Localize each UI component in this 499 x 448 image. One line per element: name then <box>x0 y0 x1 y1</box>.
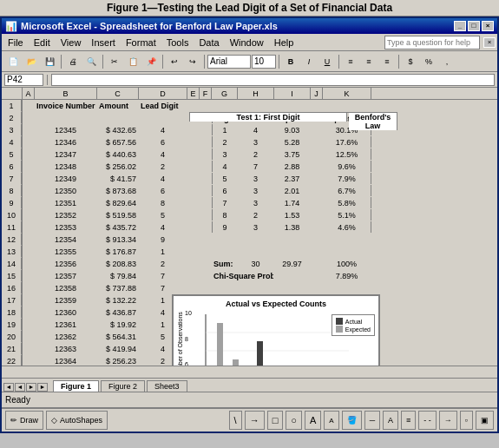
bt-digit-9[interactable]: 9 <box>212 221 238 233</box>
cell-f6[interactable] <box>200 161 212 172</box>
cell-b9[interactable]: 12351 <box>35 197 97 208</box>
cell-b13[interactable]: 12355 <box>35 246 97 257</box>
rectangle-button[interactable]: □ <box>267 411 284 430</box>
col-header-d[interactable]: D <box>139 88 187 99</box>
cell-d9[interactable]: 8 <box>139 197 187 208</box>
cell-a5[interactable] <box>23 148 35 160</box>
bt-digit-3[interactable]: 3 <box>212 148 238 160</box>
menu-file[interactable]: File <box>3 36 28 49</box>
cell-d2[interactable] <box>139 112 187 123</box>
cell-i12[interactable] <box>274 234 311 245</box>
oval-button[interactable]: ○ <box>286 411 302 430</box>
cell-i15[interactable] <box>274 270 311 281</box>
bt-actual-9[interactable]: 3 <box>238 221 274 233</box>
cell-e6[interactable] <box>187 161 200 172</box>
help-close-button[interactable]: × <box>483 37 496 48</box>
cell-e13[interactable] <box>187 246 200 257</box>
cell-a19[interactable] <box>23 319 35 330</box>
cell-a13[interactable] <box>23 246 35 257</box>
col-header-e[interactable]: E <box>187 88 200 99</box>
cell-j13[interactable] <box>311 246 323 257</box>
bt-digit-4[interactable]: 4 <box>212 161 238 172</box>
cell-d14[interactable]: 2 <box>139 258 187 269</box>
cell-d6[interactable]: 2 <box>139 161 187 172</box>
col-header-b[interactable]: B <box>35 88 97 99</box>
cell-b2[interactable] <box>35 112 97 123</box>
bt-expected-2[interactable]: 5.28 <box>274 136 311 148</box>
cell-k1[interactable] <box>323 100 371 111</box>
cell-e10[interactable] <box>187 209 200 221</box>
cell-b10[interactable]: 12352 <box>35 209 97 221</box>
cell-e4[interactable] <box>187 136 200 148</box>
bt-expected-8[interactable]: 1.53 <box>274 209 311 221</box>
cell-c7[interactable]: $ 41.57 <box>97 173 139 184</box>
cell-d5[interactable]: 4 <box>139 148 187 160</box>
bt-digit-2[interactable]: 2 <box>212 136 238 148</box>
cell-b14[interactable]: 12356 <box>35 258 97 269</box>
bt-j-1[interactable] <box>311 124 323 135</box>
copy-button[interactable]: 📋 <box>124 54 141 69</box>
cell-c17[interactable]: $ 132.22 <box>97 294 139 306</box>
cell-a20[interactable] <box>23 331 35 342</box>
chi-label[interactable]: Chi-Square Probability: <box>212 270 274 281</box>
cell-f1[interactable] <box>200 100 212 111</box>
print-button[interactable]: 🖨 <box>64 54 82 69</box>
cell-f4[interactable] <box>200 136 212 148</box>
cell-k13[interactable] <box>323 246 371 257</box>
draw-button[interactable]: ✏ Draw <box>5 411 43 430</box>
bt-pct-8[interactable]: 5.1% <box>323 209 371 221</box>
cell-e8[interactable] <box>187 185 200 196</box>
cell-b11[interactable]: 12353 <box>35 221 97 233</box>
bt-actual-2[interactable]: 3 <box>238 136 274 148</box>
save-button[interactable]: 💾 <box>41 54 58 69</box>
cell-d10[interactable]: 5 <box>139 209 187 221</box>
cell-a11[interactable] <box>23 221 35 233</box>
cell-a6[interactable] <box>23 161 35 172</box>
line-color-button[interactable]: ─ <box>364 411 380 430</box>
comma-button[interactable]: , <box>438 54 456 69</box>
tab-scroll-right[interactable]: ► <box>37 383 48 392</box>
3d-button[interactable]: ▣ <box>476 411 494 430</box>
cell-c2[interactable] <box>97 112 139 123</box>
cell-c1[interactable]: Amount <box>97 100 139 111</box>
dash-style-button[interactable]: - - <box>418 411 437 430</box>
menu-view[interactable]: View <box>56 36 86 49</box>
formula-input[interactable] <box>51 74 495 86</box>
new-button[interactable]: 📄 <box>4 54 22 69</box>
cell-c21[interactable]: $ 419.94 <box>97 343 139 354</box>
cell-e5[interactable] <box>187 148 200 160</box>
font-size-input[interactable] <box>252 55 276 69</box>
bt-j-4[interactable] <box>311 161 323 172</box>
cell-f15[interactable] <box>200 270 212 281</box>
cell-a15[interactable] <box>23 270 35 281</box>
cell-c12[interactable]: $ 913.34 <box>97 234 139 245</box>
bt-pct-4[interactable]: 9.6% <box>323 161 371 172</box>
cell-h1[interactable] <box>238 100 274 111</box>
title-bar-buttons[interactable]: _ □ × <box>454 21 494 31</box>
wordart-button[interactable]: A <box>324 411 338 430</box>
percent-button[interactable]: % <box>420 54 437 69</box>
cell-a17[interactable] <box>23 294 35 306</box>
cell-j1[interactable] <box>311 100 323 111</box>
bt-digit-7[interactable]: 7 <box>212 197 238 208</box>
cell-a22[interactable] <box>23 355 35 366</box>
cell-h12[interactable] <box>238 234 274 245</box>
minimize-button[interactable]: _ <box>454 21 466 31</box>
cell-b17[interactable]: 12359 <box>35 294 97 306</box>
sum-pct[interactable]: 100% <box>323 258 371 269</box>
bt-j-6[interactable] <box>311 185 323 196</box>
bold-button[interactable]: B <box>282 54 299 69</box>
cell-a10[interactable] <box>23 209 35 221</box>
align-center-button[interactable]: ≡ <box>360 54 378 69</box>
bt-pct-2[interactable]: 17.6% <box>323 136 371 148</box>
col-header-a[interactable]: A <box>23 88 35 99</box>
cell-reference-input[interactable] <box>4 74 43 86</box>
bt-actual-3[interactable]: 2 <box>238 148 274 160</box>
cell-a4[interactable] <box>23 136 35 148</box>
cell-d15[interactable]: 7 <box>139 270 187 281</box>
cell-a16[interactable] <box>23 282 35 293</box>
bt-pct-5[interactable]: 7.9% <box>323 173 371 184</box>
cell-b1[interactable]: Invoice Number <box>35 100 97 111</box>
cell-b16[interactable]: 12358 <box>35 282 97 293</box>
autoshapes-button[interactable]: ◇ AutoShapes <box>46 411 108 430</box>
